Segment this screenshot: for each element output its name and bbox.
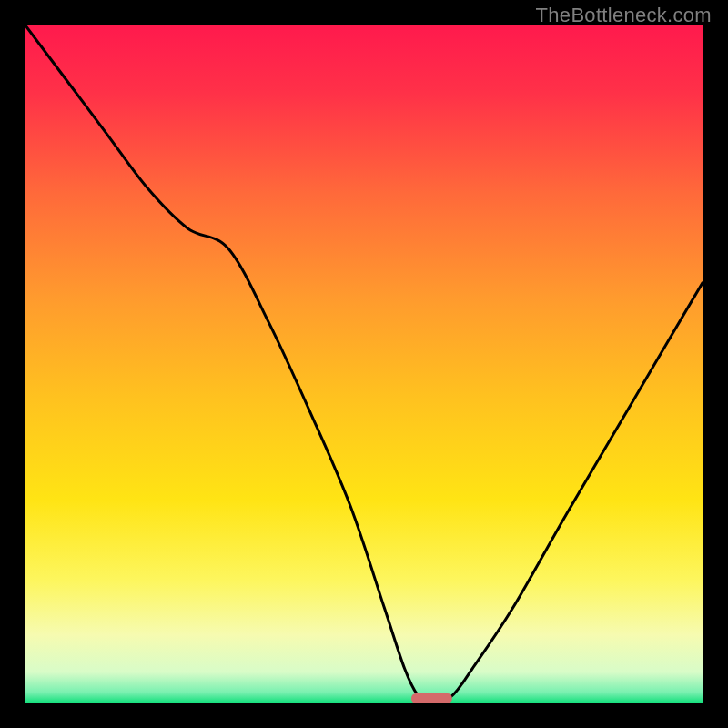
sweet-spot-marker xyxy=(411,693,452,703)
plot-area xyxy=(25,25,703,703)
bottleneck-chart xyxy=(25,25,703,703)
gradient-background xyxy=(25,25,703,703)
chart-frame: TheBottleneck.com xyxy=(0,0,728,728)
watermark-text: TheBottleneck.com xyxy=(536,4,712,27)
